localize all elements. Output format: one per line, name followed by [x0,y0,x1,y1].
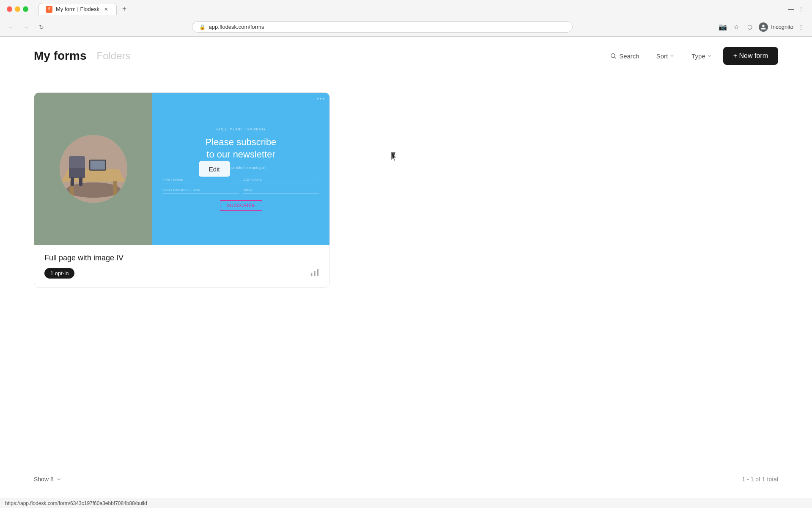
type-button[interactable]: Type [686,49,718,63]
content-area: FREE YOUR TRAINING Please subscribeto ou… [0,75,812,305]
form-name: Full page with image IV [44,254,319,262]
browser-tabs: My form | Flodesk ✕ + [38,3,783,15]
search-icon [610,52,617,59]
preview-dot-3 [323,98,324,99]
preview-dot-2 [320,98,321,99]
show-count-selector[interactable]: Show 8 [34,476,61,483]
window-minimize-icon: — [787,5,795,13]
address-bar[interactable]: 🔒 app.flodesk.com/forms [192,21,573,33]
incognito-label: Incognito [771,24,793,30]
preview-dot-1 [317,98,318,99]
preview-last-name-field: LAST NAME [243,177,319,183]
search-label: Search [619,52,639,60]
type-label: Type [691,52,705,60]
form-card-footer: Full page with image IV 1 opt-in [34,245,329,287]
status-url: https://app.flodesk.com/form/6343c197f60… [5,500,147,506]
maximize-window-button[interactable] [23,6,28,12]
header-right: Search Sort Type + New form [604,47,778,65]
sort-chevron-icon [669,53,675,58]
sort-button[interactable]: Sort [650,49,681,63]
browser-more-button[interactable]: ⋮ [795,21,807,33]
form-content-preview: FREE YOUR TRAINING Please subscribeto ou… [162,127,319,211]
svg-rect-10 [79,177,82,186]
search-button[interactable]: Search [604,49,645,63]
app-container: My forms Folders Search Sort Type + New … [0,37,812,508]
header-left: My forms Folders [34,49,131,63]
new-tab-button[interactable]: + [118,3,130,15]
extension-icon[interactable]: ⬡ [744,21,756,33]
edit-overlay[interactable]: Edit [199,161,230,177]
preview-name-row: FIRST NAME LAST NAME [162,177,319,183]
tab-close-button[interactable]: ✕ [103,6,110,13]
folders-link[interactable]: Folders [96,50,130,62]
svg-rect-14 [317,269,319,276]
svg-rect-4 [113,181,117,196]
browser-chrome: My form | Flodesk ✕ + — ⋮ ← → ↻ 🔒 app.fl… [0,0,812,37]
show-count-chevron-icon [56,477,61,482]
preview-fields: FIRST NAME LAST NAME YOUR FAVORITE FOOD … [162,177,319,193]
show-count-label: Show 8 [34,476,54,483]
opt-in-badge: 1 opt-in [44,268,74,279]
tab-favicon-icon [46,6,52,13]
nav-reload-button[interactable]: ↻ [36,21,47,33]
browser-titlebar: My form | Flodesk ✕ + — ⋮ [0,0,812,18]
svg-point-0 [611,54,615,58]
svg-rect-9 [71,177,74,186]
preview-subtext: Fill out your info here and join! [162,166,319,170]
nav-actions: 📷 ☆ ⬡ Incognito ⋮ [717,21,807,33]
preview-subscribe-button: SUBSCRIBE [220,200,262,211]
active-tab[interactable]: My form | Flodesk ✕ [38,3,117,15]
minimize-window-button[interactable] [15,6,20,12]
browser-nav: ← → ↻ 🔒 app.flodesk.com/forms 📷 ☆ ⬡ Inco… [0,18,812,36]
status-bar: https://app.flodesk.com/form/6343c197f60… [0,498,812,508]
new-form-button[interactable]: + New form [723,47,778,65]
preview-food-field: YOUR FAVORITE FOOD [162,187,239,193]
form-preview: FREE YOUR TRAINING Please subscribeto ou… [34,93,329,245]
nav-back-button[interactable]: ← [5,21,17,33]
svg-rect-12 [311,273,313,276]
svg-rect-11 [69,156,85,168]
pagination-bar: Show 8 1 - 1 of 1 total [0,467,812,491]
form-image-circle [60,135,127,203]
nav-forward-button[interactable]: → [20,21,32,33]
lock-icon: 🔒 [199,24,206,30]
preview-first-name-field: FIRST NAME [162,177,239,183]
svg-rect-7 [91,161,105,169]
close-window-button[interactable] [7,6,12,12]
form-card[interactable]: FREE YOUR TRAINING Please subscribeto ou… [34,92,330,288]
preview-band-field: BAND [243,187,319,193]
forms-grid: FREE YOUR TRAINING Please subscribeto ou… [34,92,330,288]
desk-scene-image [60,135,127,203]
more-tabs-icon[interactable]: ⋮ [797,5,805,13]
app-header: My forms Folders Search Sort Type + New … [0,37,812,75]
bookmark-icon[interactable]: ☆ [730,21,742,33]
preview-extra-row: YOUR FAVORITE FOOD BAND [162,187,319,193]
svg-point-2 [66,182,121,198]
analytics-icon[interactable] [310,268,319,279]
traffic-lights [7,6,28,12]
preview-small-label: FREE YOUR TRAINING [162,127,319,131]
camera-off-icon[interactable]: 📷 [717,21,729,33]
svg-rect-13 [314,271,315,276]
preview-headline: Please subscribeto our newsletter [162,136,319,160]
preview-more-dots [317,98,324,99]
profile-button[interactable] [757,21,769,33]
sort-label: Sort [656,52,668,60]
page-title: My forms [34,49,86,63]
form-preview-right: FREE YOUR TRAINING Please subscribeto ou… [152,93,329,245]
form-meta: 1 opt-in [44,268,319,279]
form-preview-left [34,93,152,245]
pagination-info: 1 - 1 of 1 total [742,476,778,483]
type-chevron-icon [707,53,712,58]
tab-title: My form | Flodesk [56,6,99,12]
url-text: app.flodesk.com/forms [209,24,264,30]
